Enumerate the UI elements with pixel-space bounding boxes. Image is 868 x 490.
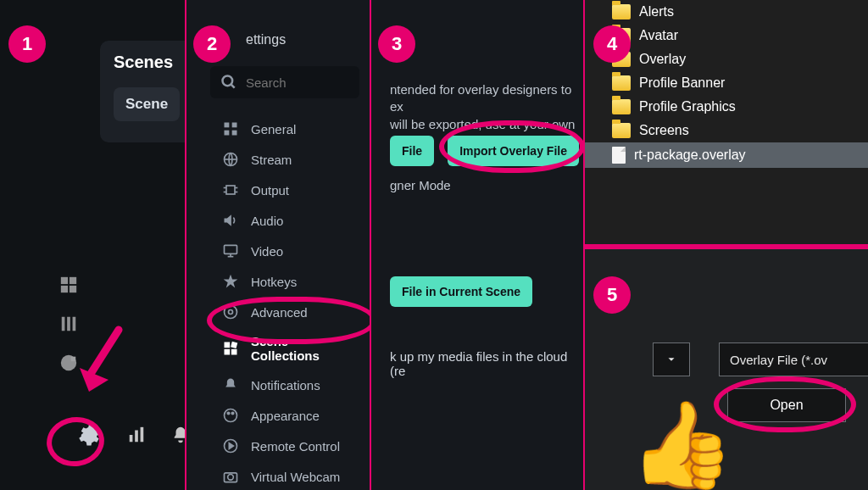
collections-icon (222, 340, 239, 357)
cloud-backup-label: k up my media files in the cloud (re (390, 349, 580, 378)
svg-rect-20 (226, 186, 235, 194)
folder-icon (612, 4, 631, 19)
import-widget-button[interactable]: File in Current Scene (390, 276, 532, 307)
svg-rect-17 (232, 131, 237, 136)
svg-rect-4 (62, 317, 65, 331)
search-icon (220, 74, 237, 91)
play-circle-icon (222, 437, 239, 454)
svg-point-34 (225, 409, 237, 422)
nav-output[interactable]: Output (210, 175, 366, 205)
panel-step-1: Scenes Scene (0, 0, 185, 490)
filename-dropdown[interactable] (653, 342, 690, 376)
svg-rect-32 (225, 349, 231, 355)
folder-icon (612, 123, 631, 138)
palette-icon (222, 407, 239, 424)
svg-rect-10 (135, 431, 138, 443)
camera-icon (222, 468, 239, 485)
svg-rect-0 (61, 277, 68, 284)
folder-icon (612, 75, 631, 91)
dashboard-icon[interactable] (59, 354, 78, 372)
scenes-heading: Scenes (114, 53, 185, 72)
panel-step-3: ntended for overlay designers to ex will… (370, 0, 583, 490)
svg-rect-16 (225, 131, 230, 136)
annotation-circle-open (714, 376, 856, 432)
nav-hotkeys[interactable]: Hotkeys (210, 266, 366, 297)
stats-icon[interactable] (127, 426, 146, 444)
svg-rect-9 (130, 435, 133, 442)
folder-row[interactable]: Alerts (585, 0, 868, 24)
nav-remote-control[interactable]: Remote Control (210, 431, 366, 461)
nav-notifications[interactable]: Notifications (210, 370, 366, 400)
grid-small-icon (222, 120, 239, 137)
step-badge-1: 1 (8, 25, 46, 63)
search-input[interactable] (246, 75, 370, 90)
svg-rect-2 (61, 286, 68, 292)
step-badge-2: 2 (193, 25, 231, 63)
svg-rect-3 (70, 286, 76, 292)
chevron-down-icon (665, 354, 677, 365)
step-badge-4: 4 (593, 25, 631, 63)
svg-rect-25 (225, 245, 237, 253)
folder-row[interactable]: Screens (585, 119, 868, 142)
file-icon (612, 147, 626, 164)
scenes-card: Scenes Scene (100, 41, 185, 142)
annotation-circle-import (439, 120, 583, 173)
star-icon (222, 273, 239, 290)
annotation-circle-scene-collections (207, 297, 370, 344)
bell-small-icon (222, 376, 239, 393)
svg-rect-8 (71, 357, 76, 362)
svg-rect-6 (73, 317, 76, 331)
designer-mode-label: gner Mode (390, 178, 580, 192)
folder-row[interactable]: Profile Banner (585, 71, 868, 95)
svg-rect-5 (67, 317, 70, 331)
bell-icon[interactable] (171, 426, 185, 444)
svg-rect-31 (231, 342, 237, 348)
nav-virtual-webcam[interactable]: Virtual Webcam (210, 461, 366, 490)
svg-point-36 (231, 412, 234, 415)
settings-search[interactable] (210, 66, 359, 98)
svg-point-12 (223, 76, 233, 86)
file-list: Alerts Avatar Overlay Profile Banner Pro… (585, 0, 868, 168)
left-icon-rail (59, 276, 78, 372)
svg-rect-11 (141, 427, 144, 442)
export-file-button[interactable]: File (390, 136, 434, 166)
svg-rect-33 (231, 349, 237, 355)
svg-point-35 (227, 412, 230, 415)
grid-icon[interactable] (59, 276, 78, 294)
svg-point-39 (228, 475, 234, 481)
svg-rect-15 (232, 123, 237, 128)
speaker-icon (222, 212, 239, 229)
svg-line-13 (231, 85, 235, 88)
file-row-selected[interactable]: rt-package.overlay (585, 142, 868, 168)
step-badge-5: 5 (593, 276, 631, 314)
svg-rect-30 (225, 342, 231, 348)
chip-icon (222, 181, 239, 198)
nav-stream[interactable]: Stream (210, 144, 366, 175)
bars-icon[interactable] (59, 315, 78, 333)
nav-audio[interactable]: Audio (210, 205, 366, 236)
scene-tab[interactable]: Scene (114, 87, 180, 121)
annotation-arrow-icon (76, 326, 127, 402)
step-badge-3: 3 (378, 25, 415, 63)
svg-rect-1 (70, 277, 76, 284)
nav-video[interactable]: Video (210, 236, 366, 266)
settings-window-title: ettings (246, 32, 286, 47)
nav-general[interactable]: General (210, 114, 366, 144)
panel-step-2: ettings General Stream Output Audio Vide… (185, 0, 370, 490)
globe-icon (222, 151, 239, 168)
monitor-icon (222, 242, 239, 259)
folder-icon (612, 99, 631, 114)
nav-appearance[interactable]: Appearance (210, 400, 366, 431)
file-type-filter[interactable]: Overlay File (*.ov (719, 342, 868, 376)
svg-rect-14 (225, 123, 230, 128)
folder-row[interactable]: Profile Graphics (585, 95, 868, 119)
